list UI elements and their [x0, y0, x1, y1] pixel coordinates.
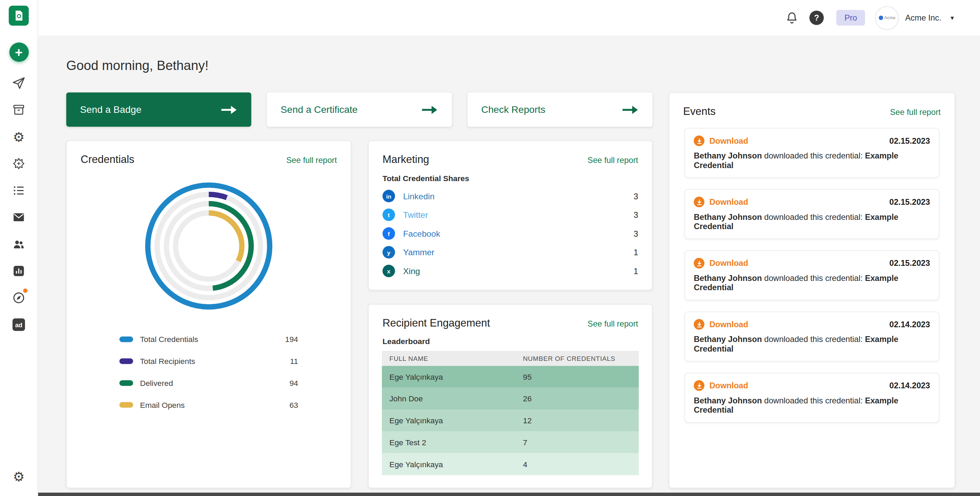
marketing-see-full-report-link[interactable]: See full report [587, 155, 638, 165]
legend-item: Delivered 94 [119, 372, 298, 394]
channel-link[interactable]: Twitter [403, 210, 428, 219]
leaderboard-row: Ege Yalçınkaya 12 [382, 410, 639, 431]
event-download-link[interactable]: Download [710, 136, 748, 146]
legend-item: Email Opens 63 [119, 394, 298, 416]
archive-box-icon [12, 103, 26, 117]
sidebar-item-discover[interactable] [7, 287, 30, 309]
sidebar-item-inbox[interactable] [7, 99, 30, 121]
event-actor: Bethany Johnson [694, 273, 762, 283]
horizontal-scrollbar[interactable] [0, 493, 980, 496]
check-reports-button[interactable]: Check Reports [468, 92, 653, 127]
leaderboard-row: John Doe 26 [382, 388, 639, 410]
legend-label: Delivered [140, 379, 173, 387]
sidebar-item-lists[interactable] [7, 179, 30, 202]
create-button[interactable]: + [9, 43, 28, 62]
badge-seal-icon [12, 157, 26, 171]
event-text: downloaded this credential: [762, 396, 865, 405]
legend-color-pill [119, 358, 133, 364]
certificate-logo-icon [12, 9, 25, 22]
channel-count: 3 [633, 229, 638, 238]
sidebar-nav: ⚙ [7, 72, 30, 336]
column-number-of-credentials: NUMBER OF CREDENTIALS [515, 351, 639, 366]
bar-chart-icon [12, 264, 26, 278]
event-item: Download 02.15.2023 Bethany Johnson down… [684, 250, 939, 301]
legend-color-pill [119, 336, 133, 342]
event-download-link[interactable]: Download [710, 381, 748, 390]
engagement-title: Recipient Engagement [382, 317, 490, 330]
leaderboard-row: Ege Yalçınkaya 4 [382, 453, 639, 475]
event-download-link[interactable]: Download [710, 258, 748, 268]
event-description: Bethany Johnson downloaded this credenti… [694, 273, 930, 292]
channel-link[interactable]: Yammer [403, 248, 434, 257]
app-logo[interactable] [9, 5, 29, 25]
channel-count: 3 [633, 192, 638, 201]
legend-color-pill [119, 380, 133, 386]
event-date: 02.15.2023 [889, 258, 930, 268]
notification-dot [23, 288, 28, 293]
leaderboard-row: Ege Test 2 7 [382, 431, 639, 453]
event-item: Download 02.15.2023 Bethany Johnson down… [684, 128, 939, 178]
leaderboard-value: 7 [515, 438, 639, 447]
event-description: Bethany Johnson downloaded this credenti… [694, 335, 930, 353]
share-channel-row: t Twitter 3 [382, 206, 638, 224]
leaderboard-value: 4 [515, 460, 639, 469]
channel-link[interactable]: Facebook [403, 229, 440, 238]
sidebar-item-badges[interactable] [7, 152, 30, 175]
event-date: 02.15.2023 [889, 136, 930, 146]
event-text: downloaded this credential: [762, 335, 865, 344]
send-badge-button[interactable]: Send a Badge [66, 92, 251, 127]
event-list: Download 02.15.2023 Bethany Johnson down… [669, 118, 954, 423]
pro-badge[interactable]: Pro [837, 10, 865, 26]
org-avatar[interactable]: Acme [875, 6, 899, 30]
download-icon [694, 258, 704, 269]
gear-icon: ⚙ [13, 130, 24, 143]
legend-label: Email Opens [140, 401, 185, 409]
people-icon [12, 238, 26, 251]
leaderboard-name: Ege Yalçınkaya [382, 372, 515, 381]
sidebar-item-ads[interactable]: ad [7, 314, 30, 336]
channel-link[interactable]: Linkedin [403, 192, 435, 201]
download-icon [694, 319, 704, 330]
send-certificate-button[interactable]: Send a Certificate [267, 92, 452, 127]
engagement-see-full-report-link[interactable]: See full report [587, 319, 638, 328]
main-content: Good morning, Bethany! Send a Badge Send… [38, 36, 980, 493]
leaderboard-name: Ege Yalçınkaya [382, 416, 515, 425]
events-see-full-report-link[interactable]: See full report [890, 107, 940, 117]
social-icon: t [382, 209, 395, 221]
envelope-icon [12, 210, 26, 224]
notifications-button[interactable] [785, 11, 799, 25]
credentials-see-full-report-link[interactable]: See full report [286, 155, 337, 165]
legend-label: Total Credentials [140, 335, 198, 344]
org-name[interactable]: Acme Inc. [905, 13, 941, 22]
event-download-link[interactable]: Download [710, 197, 748, 206]
sidebar-item-analytics[interactable] [7, 260, 30, 282]
legend-color-pill [119, 402, 133, 407]
sidebar-item-automation[interactable]: ⚙ [7, 125, 30, 148]
leaderboard-label: Leaderboard [369, 330, 652, 351]
bell-icon [785, 11, 799, 25]
sidebar-item-send[interactable] [7, 72, 30, 94]
chevron-down-icon[interactable]: ▼ [950, 15, 955, 21]
event-date: 02.14.2023 [889, 381, 930, 390]
event-actor: Bethany Johnson [694, 396, 762, 405]
arrow-right-icon [221, 105, 237, 114]
social-icon: f [382, 227, 395, 240]
settings-button[interactable]: ⚙ [7, 465, 30, 488]
leaderboard-name: Ege Test 2 [382, 438, 515, 447]
credentials-title: Credentials [81, 154, 135, 166]
event-actor: Bethany Johnson [694, 335, 762, 344]
legend-value: 63 [290, 401, 298, 409]
sidebar-item-email[interactable] [7, 206, 30, 229]
help-button[interactable]: ? [809, 11, 824, 25]
leaderboard-row: Ege Yalçınkaya 95 [382, 366, 639, 388]
event-download-link[interactable]: Download [710, 320, 748, 329]
event-actor: Bethany Johnson [694, 212, 762, 222]
leaderboard-name: Ege Yalçınkaya [382, 460, 515, 469]
greeting: Good morning, Bethany! [66, 58, 208, 73]
check-reports-label: Check Reports [481, 104, 546, 115]
legend-value: 11 [290, 357, 298, 365]
channel-link[interactable]: Xing [403, 266, 420, 276]
app-window: + ⚙ [0, 0, 980, 496]
sidebar-item-recipients[interactable] [7, 233, 30, 255]
channel-count: 1 [633, 266, 638, 276]
